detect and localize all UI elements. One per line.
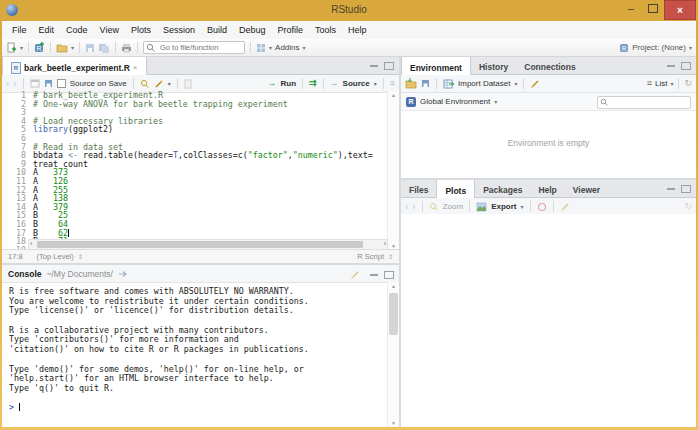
menu-debug[interactable]: Debug bbox=[233, 21, 272, 39]
menu-file[interactable]: File bbox=[6, 21, 33, 39]
goto-file-input[interactable] bbox=[158, 42, 242, 53]
save-all-icon[interactable] bbox=[98, 43, 110, 53]
menu-profile[interactable]: Profile bbox=[272, 21, 310, 39]
menu-tools[interactable]: Tools bbox=[309, 21, 342, 39]
tab-environment[interactable]: Environment bbox=[401, 57, 471, 75]
console-output[interactable]: R is free software and comes with ABSOLU… bbox=[2, 282, 388, 427]
panes-caret-icon[interactable]: ▾ bbox=[269, 45, 272, 51]
clear-plots-icon[interactable] bbox=[560, 202, 570, 212]
tab-viewer[interactable]: Viewer bbox=[565, 180, 608, 197]
refresh-plots-icon[interactable]: ↻ bbox=[684, 201, 692, 211]
find-replace-icon[interactable] bbox=[140, 79, 150, 89]
menu-help[interactable]: Help bbox=[342, 21, 373, 39]
code-tools-icon[interactable] bbox=[154, 79, 164, 89]
forward-icon[interactable]: › bbox=[13, 79, 16, 89]
project-menu-button[interactable]: Project: (None) bbox=[632, 43, 686, 52]
save-workspace-icon[interactable] bbox=[421, 79, 430, 88]
minimize-button[interactable]: – bbox=[620, 0, 642, 16]
editor-vertical-scrollbar[interactable]: ▲ ▼ bbox=[387, 91, 399, 250]
new-file-caret-icon[interactable]: ▾ bbox=[20, 45, 23, 51]
import-caret-icon[interactable]: ▾ bbox=[514, 81, 517, 87]
tab-packages[interactable]: Packages bbox=[475, 180, 530, 197]
refresh-icon[interactable]: ↻ bbox=[684, 79, 692, 88]
zoom-plot-icon[interactable] bbox=[429, 202, 439, 212]
export-button[interactable]: Export bbox=[491, 202, 516, 211]
next-plot-icon[interactable]: › bbox=[412, 202, 415, 212]
environment-search-box[interactable] bbox=[597, 96, 691, 109]
goto-file-box[interactable] bbox=[143, 41, 245, 54]
environment-scope-selector[interactable]: Global Environment bbox=[420, 97, 490, 106]
pane-maximize-button[interactable] bbox=[681, 62, 691, 70]
vertical-scroll-thumb[interactable] bbox=[389, 293, 398, 335]
new-project-icon[interactable]: R bbox=[34, 42, 45, 53]
scroll-down-icon[interactable]: ▼ bbox=[388, 420, 399, 426]
clear-environment-icon[interactable] bbox=[530, 79, 540, 89]
scope-caret-icon[interactable]: ▾ bbox=[494, 99, 497, 105]
document-outline-icon[interactable]: ≡ bbox=[390, 79, 395, 88]
source-button[interactable]: Source bbox=[343, 79, 370, 88]
pane-minimize-button[interactable] bbox=[667, 65, 675, 67]
tab-history[interactable]: History bbox=[471, 57, 516, 74]
pane-minimize-button[interactable] bbox=[370, 65, 378, 67]
scroll-left-icon[interactable]: ‹ bbox=[30, 240, 32, 248]
export-caret-icon[interactable]: ▾ bbox=[520, 204, 523, 210]
tab-source-file[interactable]: R bark_beetle_experiment.R × bbox=[2, 57, 147, 75]
project-caret-icon[interactable]: ▾ bbox=[689, 45, 692, 51]
console-prompt[interactable]: > bbox=[9, 403, 388, 413]
tab-help[interactable]: Help bbox=[530, 180, 564, 197]
tab-close-icon[interactable]: × bbox=[133, 63, 138, 72]
open-file-caret-icon[interactable]: ▾ bbox=[71, 45, 74, 51]
menu-build[interactable]: Build bbox=[201, 21, 233, 39]
popout-icon[interactable] bbox=[30, 79, 40, 88]
goto-directory-icon[interactable] bbox=[118, 270, 128, 278]
pane-maximize-button[interactable] bbox=[384, 271, 394, 279]
pane-maximize-button[interactable] bbox=[681, 185, 691, 193]
zoom-button[interactable]: Zoom bbox=[443, 202, 463, 211]
run-button[interactable]: Run bbox=[280, 79, 296, 88]
menu-session[interactable]: Session bbox=[157, 21, 201, 39]
workspace-panes-icon[interactable] bbox=[256, 43, 266, 53]
back-icon[interactable]: ‹ bbox=[6, 79, 9, 89]
export-plot-icon[interactable] bbox=[476, 202, 487, 212]
pane-minimize-button[interactable] bbox=[370, 274, 378, 276]
source-on-save-checkbox[interactable] bbox=[57, 79, 66, 88]
addins-caret-icon[interactable]: ▾ bbox=[303, 45, 306, 51]
pane-maximize-button[interactable] bbox=[384, 62, 394, 70]
scroll-up-icon[interactable]: ▲ bbox=[388, 92, 399, 98]
console-title[interactable]: Console bbox=[8, 269, 42, 279]
pane-minimize-button[interactable] bbox=[667, 188, 675, 190]
scroll-up-icon[interactable]: ▲ bbox=[388, 283, 399, 289]
menu-plots[interactable]: Plots bbox=[125, 21, 157, 39]
import-dataset-button[interactable]: Import Dataset bbox=[458, 79, 510, 88]
filetype-selector[interactable]: R Script bbox=[357, 252, 384, 261]
clear-console-icon[interactable] bbox=[350, 270, 360, 280]
compile-report-icon[interactable] bbox=[184, 79, 192, 89]
code-tools-caret-icon[interactable]: ▾ bbox=[168, 81, 171, 87]
save-icon[interactable] bbox=[85, 43, 95, 53]
load-workspace-icon[interactable] bbox=[405, 78, 417, 89]
list-caret-icon[interactable]: ▾ bbox=[670, 81, 673, 87]
tab-connections[interactable]: Connections bbox=[516, 57, 583, 74]
new-file-icon[interactable] bbox=[6, 42, 17, 53]
print-icon[interactable] bbox=[121, 43, 132, 53]
menu-code[interactable]: Code bbox=[60, 21, 94, 39]
menu-view[interactable]: View bbox=[94, 21, 125, 39]
scope-selector[interactable]: (Top Level) bbox=[37, 252, 74, 261]
addins-button[interactable]: Addins bbox=[275, 43, 299, 52]
open-file-icon[interactable] bbox=[56, 42, 68, 53]
rerun-icon[interactable]: ⇉ bbox=[309, 79, 317, 88]
console-vertical-scrollbar[interactable]: ▲ ▼ bbox=[387, 282, 399, 427]
maximize-button[interactable] bbox=[642, 0, 664, 16]
list-view-button[interactable]: List bbox=[655, 79, 667, 88]
tab-plots[interactable]: Plots bbox=[436, 180, 475, 198]
remove-plot-icon[interactable] bbox=[537, 202, 547, 212]
save-file-icon[interactable] bbox=[44, 79, 53, 88]
horizontal-scroll-thumb[interactable] bbox=[37, 241, 363, 248]
code-editor[interactable]: 1# bark_beetle_experiment.R2# One-way AN… bbox=[2, 91, 388, 250]
previous-plot-icon[interactable]: ‹ bbox=[405, 202, 408, 212]
menu-edit[interactable]: Edit bbox=[33, 21, 61, 39]
close-button[interactable]: × bbox=[664, 0, 696, 20]
tab-files[interactable]: Files bbox=[401, 180, 436, 197]
source-caret-icon[interactable]: ▾ bbox=[374, 81, 377, 87]
scroll-right-icon[interactable]: › bbox=[384, 240, 386, 248]
